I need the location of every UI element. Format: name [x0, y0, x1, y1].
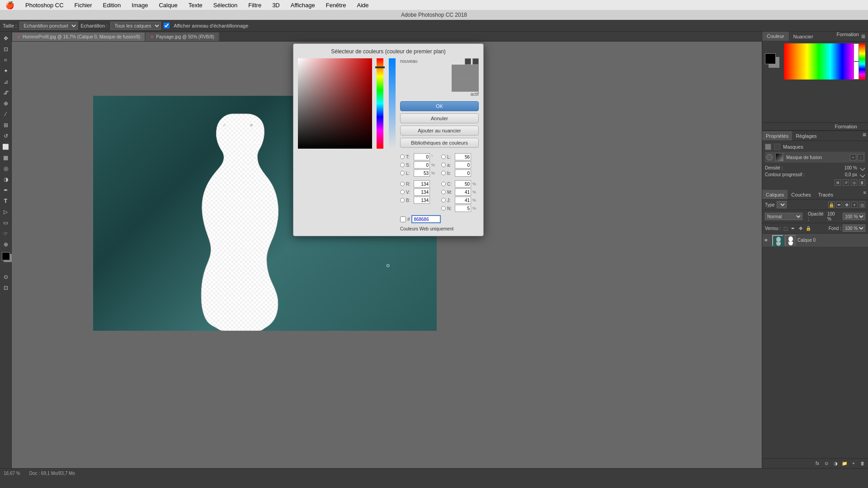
type-select[interactable]	[777, 201, 787, 208]
menu-edition[interactable]: Edition	[101, 2, 123, 9]
screen-mode-button[interactable]: ⊡	[1, 283, 11, 293]
selection-tool[interactable]: ⊡	[1, 44, 11, 54]
hand-tool[interactable]: ☞	[1, 229, 11, 239]
stamp-tool[interactable]: ⊞	[1, 120, 11, 130]
shape-tool[interactable]: ▭	[1, 218, 11, 228]
swatch-icon-1[interactable]	[465, 58, 471, 65]
tab-couleur[interactable]: Couleur	[762, 32, 789, 42]
tab-reglages[interactable]: Réglages	[792, 131, 820, 141]
menu-aide[interactable]: Aide	[355, 2, 371, 9]
lock-move-btn[interactable]: ✥	[797, 225, 804, 231]
n-input[interactable]	[455, 205, 471, 212]
layers-menu-btn[interactable]: ≡	[862, 190, 868, 199]
lasso-tool[interactable]: ⌗	[1, 55, 11, 65]
add-style-btn[interactable]: fx	[814, 460, 821, 467]
menu-fichier[interactable]: Fichier	[73, 2, 94, 9]
masque-btn-2[interactable]: ↺	[843, 179, 849, 186]
b-radio[interactable]	[400, 198, 405, 202]
pen-tool[interactable]: ✒	[1, 185, 11, 195]
menu-affichage[interactable]: Affichage	[289, 2, 317, 9]
tab-proprietes[interactable]: Propriétés	[762, 131, 792, 141]
props-options[interactable]: ≡	[861, 131, 868, 141]
opacity-select[interactable]: 100 %	[843, 213, 865, 220]
apple-menu[interactable]: 🍎	[4, 1, 16, 9]
r-radio[interactable]	[400, 182, 405, 186]
add-mask-btn[interactable]: +	[850, 154, 856, 160]
gradient-tool[interactable]: ▦	[1, 153, 11, 163]
m-input[interactable]	[455, 188, 471, 196]
brush-tool[interactable]: ∕	[1, 109, 11, 119]
a-input[interactable]	[455, 161, 471, 169]
layer-filter-toggle[interactable]: ◎	[859, 202, 865, 208]
layer-filter-3[interactable]: ✥	[844, 202, 850, 208]
menu-3d[interactable]: 3D	[270, 2, 282, 9]
tab-homme[interactable]: ✕ HommeProfil.jpg @ 16,7% (Calque 0, Mas…	[12, 32, 145, 41]
mask-options-btn[interactable]: ⋮	[858, 154, 864, 160]
taille-select[interactable]: Echantillon ponctuel	[19, 22, 78, 30]
eraser-tool[interactable]: ⬜	[1, 142, 11, 152]
fg-swatch-mini[interactable]	[765, 53, 776, 64]
t-radio[interactable]	[400, 155, 405, 159]
afficher-checkbox[interactable]	[164, 23, 170, 28]
add-group-btn[interactable]: 📁	[841, 460, 848, 467]
add-layer-btn[interactable]: +	[850, 460, 857, 467]
masque-btn-4[interactable]: 🗑	[859, 179, 865, 186]
move-tool[interactable]: ✥	[1, 33, 11, 43]
blend-mode-select[interactable]: Normal	[765, 213, 802, 220]
menu-selection[interactable]: Sélection	[212, 2, 239, 9]
masque-btn-3[interactable]: ◎	[851, 179, 857, 186]
color-field[interactable]	[298, 58, 372, 149]
ok-button[interactable]: OK	[400, 101, 479, 111]
path-selection-tool[interactable]: ▷	[1, 207, 11, 217]
s-input[interactable]	[414, 161, 430, 169]
lock-paint-btn[interactable]: ✒	[790, 225, 796, 231]
v-radio[interactable]	[400, 190, 405, 194]
echantillon-select[interactable]: Tous les calques	[110, 22, 161, 30]
text-tool[interactable]: T	[1, 196, 11, 206]
layer-filter-1[interactable]: 🔒	[828, 202, 835, 208]
c-radio[interactable]	[441, 182, 446, 186]
c-input[interactable]	[455, 180, 471, 188]
add-mask-bottom-btn[interactable]: ⊙	[823, 460, 830, 467]
tab-couches[interactable]: Couches	[788, 190, 814, 199]
add-nuancier-button[interactable]: Ajouter au nuancier	[400, 126, 479, 136]
tab-traces[interactable]: Tracés	[815, 190, 837, 199]
menu-fenetre[interactable]: Fenêtre	[324, 2, 348, 9]
j-input[interactable]	[455, 197, 471, 204]
masque-btn-1[interactable]: ⊞	[835, 179, 841, 186]
cancel-button[interactable]: Annuler	[400, 113, 479, 123]
fond-select[interactable]: 100 %	[843, 225, 865, 232]
j-radio[interactable]	[441, 198, 446, 202]
layer-filter-4[interactable]: +	[851, 202, 858, 208]
l-input[interactable]	[414, 169, 430, 177]
llab-input[interactable]	[455, 153, 471, 160]
swatch-new[interactable]	[452, 65, 479, 78]
swatch-icon-2[interactable]	[472, 58, 479, 65]
blab-radio[interactable]	[441, 171, 446, 175]
r-input[interactable]	[414, 180, 430, 188]
layer-filter-2[interactable]: ✒	[836, 202, 842, 208]
foreground-color-swatch[interactable]	[2, 252, 10, 260]
blur-tool[interactable]: ◎	[1, 164, 11, 174]
add-adjustment-btn[interactable]: ◑	[832, 460, 839, 467]
blab-input[interactable]	[455, 169, 471, 177]
web-colors-checkbox[interactable]	[400, 216, 406, 222]
mask-mode-button[interactable]: ⊙	[1, 272, 11, 282]
layer-visibility-toggle[interactable]	[764, 238, 770, 243]
tab-paysage[interactable]: ✕ Paysage.jpg @ 50% (RVB/8)	[145, 32, 219, 41]
menu-texte[interactable]: Texte	[187, 2, 204, 9]
n-radio[interactable]	[441, 206, 446, 211]
heal-tool[interactable]: ⊕	[1, 99, 11, 108]
hue-slider[interactable]	[377, 58, 383, 149]
delete-layer-btn[interactable]: 🗑	[859, 460, 866, 467]
lock-transparent-btn[interactable]: ⬚	[782, 225, 788, 231]
opacity-slider[interactable]	[389, 58, 396, 149]
magic-wand-tool[interactable]: ✦	[1, 66, 11, 76]
bg-color-in-gradient[interactable]	[854, 61, 859, 80]
s-radio[interactable]	[400, 163, 405, 167]
menu-calque[interactable]: Calque	[157, 2, 179, 9]
layer-item-calque0[interactable]: Calque 0	[762, 234, 868, 247]
dodge-tool[interactable]: ◑	[1, 174, 11, 184]
lock-all-btn[interactable]: 🔒	[805, 225, 811, 231]
m-radio[interactable]	[441, 190, 446, 194]
